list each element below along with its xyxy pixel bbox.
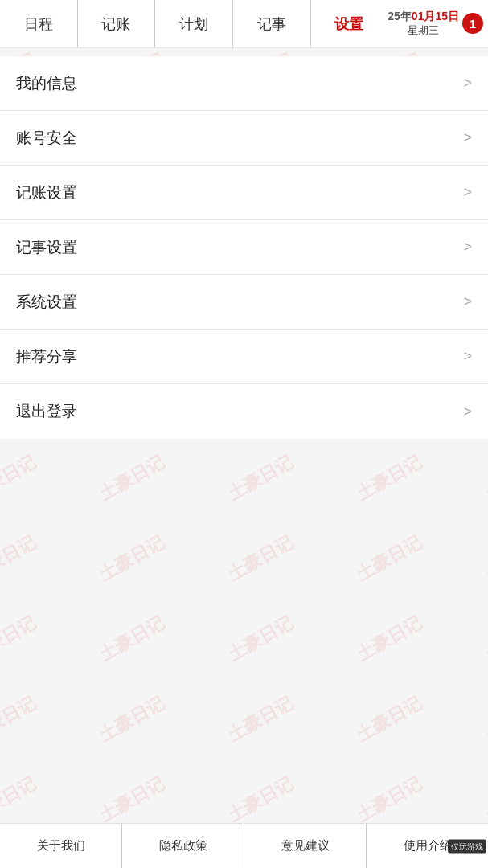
settings-list: 我的信息 > 账号安全 > 记账设置 > 记事设置 > 系统设置 > 推荐分享 … — [0, 56, 488, 439]
footer-about[interactable]: 关于我们 — [0, 824, 122, 868]
date-weekday: 星期三 — [388, 23, 459, 38]
settings-item-system-settings[interactable]: 系统设置 > — [0, 275, 488, 330]
arrow-icon-0: > — [463, 75, 472, 92]
header-right: 25年01月15日 星期三 1 — [388, 10, 488, 38]
tab-schedule[interactable]: 日程 — [0, 0, 78, 47]
settings-item-logout[interactable]: 退出登录 > — [0, 384, 488, 439]
footer-intro[interactable]: 使用介绍 仅玩游戏 — [367, 824, 488, 868]
settings-item-accounting-settings[interactable]: 记账设置 > — [0, 166, 488, 220]
tab-accounting[interactable]: 记账 — [78, 0, 156, 47]
date-display: 25年01月15日 星期三 — [388, 10, 459, 38]
settings-item-my-info[interactable]: 我的信息 > — [0, 56, 488, 111]
settings-item-account-security[interactable]: 账号安全 > — [0, 111, 488, 166]
arrow-icon-5: > — [463, 348, 472, 365]
nav-tabs: 日程 记账 计划 记事 设置 — [0, 0, 388, 47]
footer: 关于我们 隐私政策 意见建议 使用介绍 仅玩游戏 — [0, 823, 488, 868]
header: 日程 记账 计划 记事 设置 25年01月15日 星期三 1 — [0, 0, 488, 48]
main-content: 我的信息 > 账号安全 > 记账设置 > 记事设置 > 系统设置 > 推荐分享 … — [0, 56, 488, 439]
arrow-icon-4: > — [463, 293, 472, 310]
footer-feedback[interactable]: 意见建议 — [244, 824, 367, 868]
arrow-icon-2: > — [463, 184, 472, 201]
arrow-icon-3: > — [463, 239, 472, 256]
date-year-month: 25年01月15日 — [388, 10, 459, 23]
tab-notes[interactable]: 记事 — [233, 0, 311, 47]
settings-item-recommend-share[interactable]: 推荐分享 > — [0, 330, 488, 384]
notification-badge[interactable]: 1 — [462, 13, 483, 34]
footer-privacy[interactable]: 隐私政策 — [122, 824, 244, 868]
app-store-badge: 仅玩游戏 — [448, 839, 486, 853]
tab-plan[interactable]: 计划 — [155, 0, 233, 47]
settings-item-notes-settings[interactable]: 记事设置 > — [0, 220, 488, 275]
arrow-icon-1: > — [463, 129, 472, 146]
arrow-icon-6: > — [463, 403, 472, 420]
tab-settings[interactable]: 设置 — [311, 0, 388, 47]
